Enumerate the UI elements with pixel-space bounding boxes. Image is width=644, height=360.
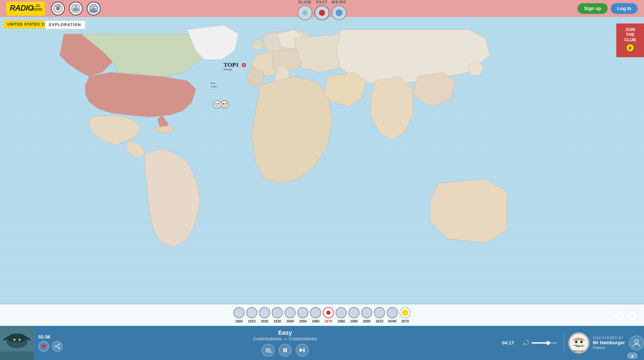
- timeline-1970[interactable]: 1970: [323, 307, 334, 323]
- discovered-text: DISCOVERED BY Mr Hamburger France: [593, 336, 625, 350]
- svg-point-24: [214, 101, 221, 108]
- timeline-now[interactable]: NOW: [387, 307, 398, 323]
- timeline-1980[interactable]: 1980: [336, 307, 347, 323]
- timeline-label-1960: 1960: [312, 319, 320, 323]
- svg-text:ships: ships: [211, 85, 217, 88]
- timeline-1930[interactable]: 1930: [272, 307, 283, 323]
- svg-point-56: [580, 340, 583, 343]
- login-button[interactable]: Log In: [611, 3, 638, 14]
- timeline-circle-1920[interactable]: [259, 307, 270, 318]
- like-button[interactable]: [38, 341, 49, 352]
- timeline-label-1950: 1950: [299, 319, 307, 323]
- timeline-label-1980: 1980: [337, 319, 345, 323]
- timeline-circle-2010[interactable]: [374, 307, 385, 318]
- profile-button[interactable]: [629, 335, 644, 350]
- pause-button[interactable]: [279, 344, 292, 356]
- player-action-buttons: [38, 341, 68, 352]
- svg-rect-47: [266, 350, 271, 351]
- timeline-1900[interactable]: 1900: [234, 307, 244, 323]
- timeline-label-1900: 1900: [235, 319, 243, 323]
- track-title: Easy: [278, 329, 292, 336]
- artist-marker-1[interactable]: ✈ ✈ ships: [211, 80, 224, 89]
- timeline-circle-2070[interactable]: [400, 307, 410, 318]
- volume-control: 🔊: [522, 340, 557, 346]
- timeline-label-1940: 1940: [286, 319, 294, 323]
- timeline-1940[interactable]: 1940: [284, 307, 296, 323]
- svg-rect-53: [304, 348, 304, 352]
- nav-icons: [51, 2, 100, 15]
- timeline-1910[interactable]: 1910: [246, 307, 257, 323]
- timeline-label-2070: 2070: [401, 319, 409, 323]
- timeline-circle-1980[interactable]: [336, 307, 347, 318]
- scroll-up-button[interactable]: ▲: [627, 352, 638, 359]
- world-map: [0, 17, 644, 326]
- timeline-2010[interactable]: 2010: [374, 307, 385, 323]
- svg-point-39: [14, 339, 16, 341]
- timeline-2070[interactable]: 2070: [400, 307, 410, 323]
- svg-text:ooooo: ooooo: [30, 7, 42, 12]
- signup-button[interactable]: Sign up: [578, 3, 608, 14]
- discovered-section: HAMBURGER DISCOVERED BY Mr Hamburger Fra…: [564, 332, 629, 353]
- antenna-nav-icon[interactable]: [51, 2, 65, 15]
- discovered-country: France: [593, 345, 625, 350]
- slow-button[interactable]: SLOW: [298, 0, 312, 20]
- join-club-banner[interactable]: JOIN THE CLUB R: [616, 24, 644, 57]
- player-bar: 02:36 Easy Commodores — Commodores: [0, 326, 644, 360]
- next-button[interactable]: [296, 344, 308, 356]
- speed-buttons: SLOW FAST WEIRD: [298, 0, 346, 20]
- submarine-nav-icon[interactable]: [69, 2, 83, 15]
- timeline-1960[interactable]: 1960: [310, 307, 321, 323]
- share-button[interactable]: [52, 341, 62, 352]
- fast-circle[interactable]: [314, 5, 330, 20]
- svg-point-26: [215, 103, 216, 104]
- player-controls-left: 02:36: [34, 332, 72, 354]
- timeline-1990[interactable]: 1990: [348, 307, 360, 323]
- svg-point-54: [569, 333, 588, 352]
- svg-point-58: [635, 340, 638, 343]
- svg-text:TOP1: TOP1: [224, 61, 239, 68]
- playlist-button[interactable]: [262, 344, 274, 356]
- timeline-circle-1960[interactable]: [310, 307, 321, 318]
- slow-circle[interactable]: [298, 5, 312, 20]
- timeline-circle-1940[interactable]: [284, 307, 296, 318]
- time-total: 04:17: [498, 340, 518, 346]
- mode-badge: EXPLORATION: [45, 21, 86, 29]
- map-container[interactable]: UNITED STATES 1977 EXPLORATION ✈ ✈ ships…: [0, 17, 644, 326]
- time-current: 02:36: [38, 334, 68, 340]
- timeline-circle-1900[interactable]: [234, 307, 244, 318]
- timeline-circle-1910[interactable]: [246, 307, 257, 318]
- timeline-1950[interactable]: 1950: [297, 307, 308, 323]
- timeline-circle-now[interactable]: [387, 307, 398, 318]
- top10-marker[interactable]: TOP1 0 Frenzy: [224, 61, 249, 73]
- boat-nav-icon[interactable]: [87, 2, 100, 15]
- timeline-circle-1930[interactable]: [272, 307, 283, 318]
- timeline-circle-1970[interactable]: [323, 307, 334, 318]
- volume-slider[interactable]: [532, 342, 557, 343]
- timeline-label-1930: 1930: [274, 319, 281, 323]
- weird-circle[interactable]: [332, 5, 346, 20]
- svg-line-44: [56, 345, 58, 346]
- join-club-text: JOIN THE CLUB: [620, 27, 640, 42]
- player-right: 04:17 🔊: [498, 340, 563, 346]
- svg-marker-49: [270, 351, 272, 353]
- header: RADIO ooooo: [0, 0, 644, 17]
- logo[interactable]: RADIO ooooo: [6, 2, 45, 16]
- svg-point-55: [575, 340, 577, 343]
- duo-marker[interactable]: [213, 100, 230, 114]
- svg-text:HAMBURGER: HAMBURGER: [571, 350, 584, 352]
- timeline-circle-1990[interactable]: [348, 307, 360, 318]
- weird-button[interactable]: WEIRD: [332, 0, 346, 20]
- timeline-1920[interactable]: 1920: [259, 307, 270, 323]
- svg-point-29: [225, 103, 226, 104]
- timeline: 1900 1910 1920 1930 1940 1950 1960 1970 …: [0, 305, 644, 326]
- fast-button[interactable]: FAST: [314, 0, 330, 20]
- svg-text:R: R: [628, 45, 632, 51]
- timeline-2000[interactable]: 2000: [361, 307, 372, 323]
- discovered-label: DISCOVERED BY: [593, 336, 625, 340]
- player-center: Easy Commodores — Commodores: [72, 329, 498, 356]
- logo-text[interactable]: RADIO ooooo: [6, 2, 45, 16]
- timeline-circle-2000[interactable]: [361, 307, 372, 318]
- timeline-circle-1950[interactable]: [297, 307, 308, 318]
- volume-icon: 🔊: [522, 340, 530, 346]
- discovered-name: Mr Hamburger: [593, 340, 625, 345]
